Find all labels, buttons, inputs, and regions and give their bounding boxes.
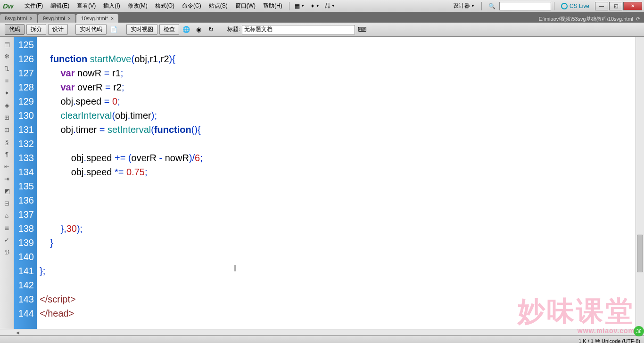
menu-item[interactable]: 站点(S) xyxy=(205,2,231,10)
code-line[interactable]: </script> xyxy=(40,292,636,306)
document-tab[interactable]: 8svg.html× xyxy=(0,14,37,23)
globe-icon[interactable]: 🌐 xyxy=(181,25,191,34)
scroll-left-icon[interactable]: ◀ xyxy=(14,329,21,336)
line-number: 133 xyxy=(14,151,34,165)
menu-item[interactable]: 窗口(W) xyxy=(231,2,259,10)
hidden-chars-icon[interactable]: ¶ xyxy=(3,150,11,158)
line-number: 137 xyxy=(14,207,34,221)
divider xyxy=(289,2,289,10)
cslive-icon xyxy=(561,3,568,9)
line-number: 143 xyxy=(14,292,34,306)
tab-close-icon[interactable]: × xyxy=(68,16,71,21)
code-line[interactable] xyxy=(40,137,636,151)
code-view-button[interactable]: 代码 xyxy=(5,24,25,35)
search-icon[interactable]: 🔍 xyxy=(485,3,499,9)
menu-item[interactable]: 查看(V) xyxy=(73,2,99,10)
code-line[interactable]: } xyxy=(40,236,636,250)
code-line[interactable] xyxy=(40,207,636,221)
recent-snippets-icon[interactable]: ⊟ xyxy=(3,199,11,207)
code-line[interactable] xyxy=(40,193,636,207)
livecode-icon[interactable]: 📄 xyxy=(108,25,119,34)
main-area: ▤ ✻ ⇅ ≡ ✦ ◈ ⊞ ⊡ § ¶ ⇤ ⇥ ◩ ⊟ ⌂ ≣ ✓ ℬ 1251… xyxy=(0,37,644,329)
menu-item[interactable]: 修改(M) xyxy=(124,2,151,10)
code-line[interactable]: obj.speed += (overR - nowR)/6; xyxy=(40,151,636,165)
document-tab[interactable]: 9svg.html× xyxy=(38,14,75,23)
code-line[interactable]: obj.speed *= 0.75; xyxy=(40,165,636,179)
menu-item[interactable]: 编辑(E) xyxy=(47,2,73,10)
open-docs-icon[interactable]: ▤ xyxy=(3,40,11,48)
line-number: 135 xyxy=(14,179,34,193)
title-input[interactable] xyxy=(242,25,355,34)
menu-item[interactable]: 命令(C) xyxy=(178,2,205,10)
sync-icon[interactable]: ⟳ xyxy=(636,16,640,22)
reference-icon[interactable]: ℬ xyxy=(3,248,11,256)
code-line[interactable]: clearInterval(obj.timer); xyxy=(40,108,636,122)
vertical-scrollbar[interactable] xyxy=(636,37,644,329)
line-number: 132 xyxy=(14,137,34,151)
search-input[interactable] xyxy=(499,2,551,10)
code-line[interactable] xyxy=(40,250,636,264)
code-line[interactable]: },30); xyxy=(40,221,636,236)
line-number: 140 xyxy=(14,250,34,264)
line-number: 136 xyxy=(14,193,34,207)
comment-icon[interactable]: ◩ xyxy=(3,187,11,195)
document-tabs: 8svg.html×9svg.html×10svg.html*× E:\miao… xyxy=(0,12,644,23)
line-number: 144 xyxy=(14,306,34,320)
minimize-button[interactable]: — xyxy=(595,2,608,10)
code-line[interactable] xyxy=(40,278,636,292)
move-css-icon[interactable]: ⌂ xyxy=(3,211,11,220)
code-line[interactable]: }; xyxy=(40,264,636,278)
code-editor[interactable]: function startMove(obj,r1,r2){ var nowR … xyxy=(37,37,636,329)
line-number: 127 xyxy=(14,66,34,80)
file-path: E:\miaov\视频\53svg基础教程\10svg.html⟳ xyxy=(538,16,644,23)
code-line[interactable] xyxy=(40,38,636,52)
indent-icon[interactable]: ⇤ xyxy=(3,162,11,171)
expand-icon[interactable]: ⇅ xyxy=(3,64,11,73)
live-view-button[interactable]: 实时视图 xyxy=(126,24,157,35)
maximize-button[interactable]: ◱ xyxy=(609,2,622,10)
code-line[interactable] xyxy=(40,179,636,193)
close-button[interactable]: ✕ xyxy=(623,2,642,10)
code-line[interactable]: var overR = r2; xyxy=(40,80,636,94)
horizontal-scrollbar[interactable]: ◀ ▶ xyxy=(0,329,644,335)
validate-icon[interactable]: ✓ xyxy=(3,236,11,244)
refresh-icon[interactable]: ↻ xyxy=(206,25,216,34)
outdent-icon[interactable]: ⇥ xyxy=(3,174,11,183)
menu-item[interactable]: 插入(I) xyxy=(99,2,124,10)
document-tab[interactable]: 10svg.html*× xyxy=(76,14,118,23)
live-code-button[interactable]: 实时代码 xyxy=(75,24,107,35)
code-line[interactable]: var nowR = r1; xyxy=(40,66,636,80)
code-line[interactable]: </head> xyxy=(40,306,636,320)
word-wrap-icon[interactable]: § xyxy=(3,138,11,146)
document-toolbar: 代码 拆分 设计 实时代码 📄 实时视图 检查 🌐 ◉ ↻ 标题: ⌨ xyxy=(0,23,644,37)
tab-close-icon[interactable]: × xyxy=(111,16,114,21)
select-parent-icon[interactable]: ≡ xyxy=(3,76,11,85)
brush-icon[interactable]: 品▼ xyxy=(324,1,336,11)
code-line[interactable]: function startMove(obj,r1,r2){ xyxy=(40,52,636,66)
code-line[interactable]: obj.speed = 0; xyxy=(40,94,636,108)
line-numbers-icon[interactable]: ◈ xyxy=(3,101,11,109)
highlight-icon[interactable]: ⊞ xyxy=(3,113,11,122)
inspect-button[interactable]: 检查 xyxy=(159,24,179,35)
tab-close-icon[interactable]: × xyxy=(30,16,33,21)
line-number: 142 xyxy=(14,278,34,292)
menu-item[interactable]: 格式(O) xyxy=(151,2,178,10)
design-view-button[interactable]: 设计 xyxy=(48,24,68,35)
syntax-icon[interactable]: ⊡ xyxy=(3,125,11,134)
collapse-icon[interactable]: ✻ xyxy=(3,52,11,60)
line-number: 129 xyxy=(14,94,34,108)
menu-item[interactable]: 帮助(H) xyxy=(259,2,286,10)
cslive-button[interactable]: CS Live xyxy=(557,3,593,9)
split-view-button[interactable]: 拆分 xyxy=(26,24,46,35)
keyboard-icon[interactable]: ⌨ xyxy=(357,25,367,34)
code-line[interactable]: obj.timer = setInterval(function(){ xyxy=(40,122,636,137)
scrollbar-thumb[interactable] xyxy=(637,235,643,272)
designer-dropdown[interactable]: 设计器 ▼ xyxy=(449,2,479,10)
line-gutter: 1251261271281291301311321331341351361371… xyxy=(14,37,37,329)
balance-icon[interactable]: ✦ xyxy=(3,89,11,97)
extend-icon[interactable]: ✦▼ xyxy=(309,1,321,11)
menu-item[interactable]: 文件(F) xyxy=(21,2,47,10)
nav-icon[interactable]: ◉ xyxy=(193,25,204,34)
format-icon[interactable]: ≣ xyxy=(3,223,11,232)
layout-icon[interactable]: ▦▼ xyxy=(294,1,305,11)
